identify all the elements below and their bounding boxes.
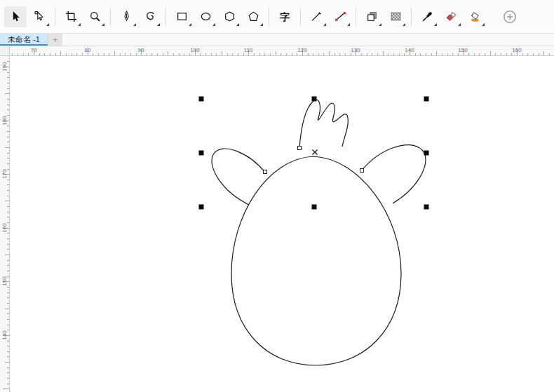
ruler-tick — [7, 99, 9, 100]
ruler-tick — [308, 53, 309, 55]
ruler-tick — [468, 53, 469, 55]
shape-edit-icon — [34, 11, 46, 22]
ruler-tick — [323, 53, 324, 55]
shape-tool-button[interactable] — [28, 6, 50, 27]
ruler-tick — [130, 53, 131, 55]
ruler-tick — [227, 53, 228, 55]
canvas[interactable] — [10, 56, 554, 392]
ruler-tick — [522, 53, 523, 55]
ruler-tick — [5, 147, 9, 148]
ruler-tick — [5, 309, 9, 309]
ruler-tick — [120, 53, 121, 55]
freehand-curve-icon — [144, 11, 156, 22]
ruler-tick — [136, 53, 137, 55]
curve-node[interactable] — [264, 170, 267, 174]
toolbox-bar: 字 — [0, 0, 554, 34]
ruler-tick — [7, 346, 9, 346]
ruler-tick — [151, 53, 152, 55]
zoom-tool-button[interactable] — [83, 6, 106, 27]
selection-handle[interactable] — [424, 205, 429, 210]
selection-handle[interactable] — [312, 205, 317, 210]
ruler-tick — [506, 53, 507, 55]
comb-path[interactable] — [299, 100, 348, 148]
selection-handle[interactable] — [312, 97, 317, 102]
h-ruler-label: 90 — [138, 47, 144, 53]
tab-label: 未命名 -1 — [8, 34, 40, 45]
ruler-tick — [222, 51, 222, 55]
ruler-tick — [109, 53, 109, 55]
ruler-tick — [527, 53, 528, 55]
text-tool-button[interactable]: 字 — [273, 6, 296, 27]
curve-node[interactable] — [298, 147, 302, 150]
ruler-tick — [7, 137, 9, 137]
smart-fill-tool-button[interactable] — [440, 6, 462, 27]
ruler-tick — [281, 53, 281, 55]
ruler-tick — [98, 53, 99, 55]
transparency-tool-button[interactable] — [384, 6, 407, 27]
ruler-tick — [7, 142, 9, 142]
h-ruler-label: 80 — [85, 47, 91, 53]
v-ruler-label: 150 — [1, 276, 8, 285]
rectangle-tool-button[interactable] — [170, 6, 193, 27]
eyedropper-tool-button[interactable] — [416, 6, 438, 27]
v-ruler-label: 140 — [1, 330, 8, 339]
line-tool-button[interactable] — [305, 6, 327, 27]
ruler-tick — [259, 53, 260, 55]
vertical-ruler[interactable]: 190180170160150140 — [0, 56, 10, 392]
ruler-tick — [5, 93, 9, 94]
ruler-tick — [7, 313, 9, 314]
polygon-tool-button[interactable] — [218, 6, 241, 27]
selection-handle[interactable] — [199, 97, 204, 102]
ruler-tick — [318, 53, 319, 55]
ruler-tick — [168, 51, 168, 55]
selection-handle[interactable] — [424, 97, 429, 102]
ruler-tick — [7, 260, 9, 261]
h-ruler-label: 70 — [31, 47, 37, 53]
app-window: 字 — [0, 0, 554, 392]
common-shapes-tool-button[interactable] — [242, 6, 264, 27]
ruler-tick — [72, 53, 72, 55]
add-tools-button[interactable] — [501, 8, 519, 26]
pick-tool-button[interactable] — [4, 6, 27, 27]
curve-tool-button[interactable] — [139, 6, 161, 27]
selection-center-marker[interactable] — [313, 150, 318, 155]
ruler-origin-corner[interactable] — [0, 46, 10, 56]
ruler-tick — [7, 180, 9, 180]
eyedropper-icon — [421, 11, 433, 22]
ruler-tick — [7, 109, 9, 110]
ruler-tick — [7, 384, 9, 384]
drop-shadow-tool-button[interactable] — [360, 6, 383, 27]
ruler-tick — [286, 53, 287, 55]
ruler-tick — [7, 163, 9, 164]
selection-handle[interactable] — [199, 151, 204, 156]
ruler-tick — [243, 53, 244, 55]
ruler-tick — [7, 356, 9, 357]
ruler-tick — [539, 53, 539, 55]
pen-tool-button[interactable] — [115, 6, 137, 27]
tab-untitled-document[interactable]: 未命名 -1 — [0, 34, 48, 46]
selection-handle[interactable] — [424, 151, 429, 156]
ruler-tick — [82, 53, 83, 55]
fill-bucket-icon — [469, 11, 481, 22]
ruler-tick — [393, 53, 394, 55]
ruler-tick — [173, 53, 174, 55]
ruler-tick — [415, 53, 416, 55]
ruler-tick — [7, 217, 9, 217]
h-ruler-label: 130 — [351, 47, 360, 53]
text-tool-glyph: 字 — [280, 12, 290, 22]
ruler-tick — [3, 388, 9, 389]
egg-body-path[interactable] — [231, 156, 401, 365]
horizontal-ruler[interactable]: 708090100110120130140150160 — [10, 46, 554, 56]
h-ruler-label: 120 — [297, 47, 306, 53]
selection-handle[interactable] — [199, 205, 204, 210]
ruler-tick — [7, 265, 9, 266]
new-document-tab-button[interactable]: + — [48, 34, 62, 46]
ruler-tick — [7, 238, 9, 239]
curve-node[interactable] — [360, 169, 364, 173]
smart-fill-icon — [445, 11, 457, 22]
ruler-tick — [76, 53, 77, 55]
crop-tool-button[interactable] — [60, 6, 82, 27]
polyline-tool-button[interactable] — [329, 6, 351, 27]
interactive-fill-tool-button[interactable] — [464, 6, 486, 27]
ellipse-tool-button[interactable] — [194, 6, 217, 27]
